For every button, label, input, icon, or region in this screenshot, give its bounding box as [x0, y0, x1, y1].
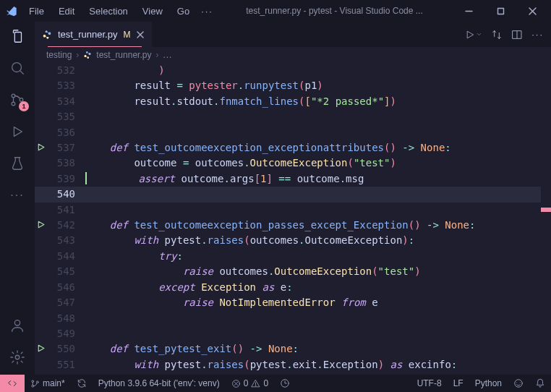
breadcrumb-file[interactable]: test_runner.py [96, 50, 151, 60]
gutter-run-icon[interactable] [36, 142, 46, 152]
code-content: except Exception as e: [85, 280, 293, 295]
menu-overflow[interactable]: ··· [201, 6, 213, 17]
line-number: 538 [48, 155, 85, 171]
testing-icon[interactable] [9, 155, 26, 172]
maximize-button[interactable] [487, 1, 513, 21]
line-number: 533 [48, 78, 85, 93]
code-content: def test_pytest_exit() -> None: [85, 341, 299, 357]
code-line[interactable]: 542 def test_outcomeexception_passes_exc… [35, 218, 551, 233]
problems[interactable]: 0 0 [226, 378, 274, 388]
code-line[interactable]: 540 [35, 187, 551, 202]
python-file-icon [42, 30, 52, 40]
minimap-marker [541, 208, 551, 212]
code-line[interactable]: 545 raise outcomes.OutcomeException("tes… [35, 264, 551, 279]
warning-count: 0 [263, 378, 268, 388]
menu-bar: File Edit Selection View Go [23, 3, 195, 20]
notifications-icon[interactable] [529, 378, 551, 388]
gutter-run-icon[interactable] [36, 220, 46, 229]
code-line[interactable]: 536 [35, 125, 551, 140]
live-share-icon[interactable] [274, 378, 296, 388]
sync-button[interactable] [71, 378, 93, 388]
python-interpreter[interactable]: Python 3.9.6 64-bit ('env': venv) [93, 378, 226, 388]
explorer-icon[interactable] [9, 27, 26, 45]
svg-marker-19 [38, 221, 44, 228]
menu-selection[interactable]: Selection [83, 3, 133, 20]
line-number: 545 [48, 264, 85, 279]
code-line[interactable]: 551 with pytest.raises(pytest.exit.Excep… [35, 357, 551, 372]
svg-point-28 [256, 385, 257, 385]
code-line[interactable]: 539 assert outcome.args[1] == outcome.ms… [35, 171, 551, 187]
remote-indicator[interactable] [0, 375, 25, 392]
error-count: 0 [244, 378, 249, 388]
close-button[interactable] [519, 1, 545, 21]
editor-tab[interactable]: test_runner.py M [35, 22, 152, 47]
svg-line-5 [20, 71, 24, 74]
edit-cursor [85, 172, 87, 184]
compare-changes-icon[interactable] [491, 29, 503, 41]
title-bar: File Edit Selection View Go ··· test_run… [0, 0, 551, 22]
svg-point-12 [15, 355, 20, 359]
menu-go[interactable]: Go [171, 3, 195, 20]
minimize-button[interactable] [456, 1, 482, 21]
line-number: 540 [48, 187, 85, 202]
code-line[interactable]: 541 [35, 203, 551, 218]
eol[interactable]: LF [448, 378, 469, 388]
code-content: raise outcomes.OutcomeException("test") [85, 264, 421, 279]
code-content: result.stdout.fnmatch_lines(["*2 passed*… [85, 94, 396, 109]
settings-gear-icon[interactable] [9, 349, 26, 366]
menu-edit[interactable]: Edit [53, 3, 80, 20]
line-number: 535 [48, 109, 85, 124]
gutter-run-icon[interactable] [36, 344, 46, 353]
editor-content[interactable]: 532 )533 result = pytester.runpytest(p1)… [35, 63, 551, 375]
line-number: 534 [48, 94, 85, 109]
code-line[interactable]: 532 ) [35, 63, 551, 78]
python-file-icon [83, 51, 92, 59]
accounts-icon[interactable] [9, 317, 26, 334]
feedback-icon[interactable] [508, 378, 529, 388]
code-line[interactable]: 549 [35, 326, 551, 341]
code-content: assert outcome.args[1] == outcome.msg [85, 171, 364, 187]
code-line[interactable]: 547 raise NotImplementedError from e [35, 295, 551, 310]
more-actions-icon[interactable]: ··· [531, 29, 544, 40]
run-debug-icon[interactable] [9, 123, 26, 140]
svg-rect-1 [497, 8, 503, 14]
code-line[interactable]: 543 with pytest.raises(outcomes.OutcomeE… [35, 233, 551, 248]
code-content: outcome = outcomes.OutcomeException("tes… [85, 155, 396, 171]
breadcrumb-folder[interactable]: testing [46, 50, 72, 60]
language-mode[interactable]: Python [469, 378, 508, 388]
svg-point-30 [515, 380, 523, 388]
code-line[interactable]: 550 def test_pytest_exit() -> None: [35, 341, 551, 357]
svg-marker-20 [38, 345, 44, 351]
line-number: 546 [48, 280, 85, 295]
code-line[interactable]: 548 [35, 311, 551, 326]
menu-file[interactable]: File [23, 3, 50, 20]
line-number: 548 [48, 311, 85, 326]
editor-region: test_runner.py M ··· testing › test_runn… [35, 22, 551, 375]
split-editor-icon[interactable] [511, 29, 523, 41]
breadcrumbs[interactable]: testing › test_runner.py › ... [35, 47, 551, 63]
tab-close-icon[interactable] [136, 30, 145, 39]
code-line[interactable]: 535 [35, 109, 551, 124]
encoding[interactable]: UTF-8 [411, 378, 448, 388]
code-line[interactable]: 544 try: [35, 249, 551, 264]
menu-view[interactable]: View [137, 3, 168, 20]
source-control-icon[interactable]: 1 [9, 91, 26, 108]
branch-name: main* [43, 378, 65, 388]
more-icon[interactable]: ··· [9, 187, 26, 204]
tab-actions: ··· [465, 22, 551, 47]
code-line[interactable]: 546 except Exception as e: [35, 280, 551, 295]
breadcrumb-ellipsis[interactable]: ... [163, 50, 172, 60]
code-content: with pytest.raises(outcomes.OutcomeExcep… [85, 233, 414, 248]
line-number: 544 [48, 249, 85, 264]
breadcrumb-separator: › [155, 50, 158, 60]
window-controls [456, 1, 545, 21]
run-file-button[interactable] [465, 30, 482, 40]
git-branch[interactable]: main* [25, 378, 71, 388]
search-icon[interactable] [9, 59, 26, 77]
window-title: test_runner.py - pytest - Visual Studio … [213, 6, 456, 16]
minimap[interactable] [541, 63, 551, 375]
code-line[interactable]: 537 def test_outcomeexception_exceptiona… [35, 140, 551, 155]
code-line[interactable]: 533 result = pytester.runpytest(p1) [35, 78, 551, 93]
code-line[interactable]: 538 outcome = outcomes.OutcomeException(… [35, 155, 551, 171]
code-line[interactable]: 534 result.stdout.fnmatch_lines(["*2 pas… [35, 94, 551, 109]
